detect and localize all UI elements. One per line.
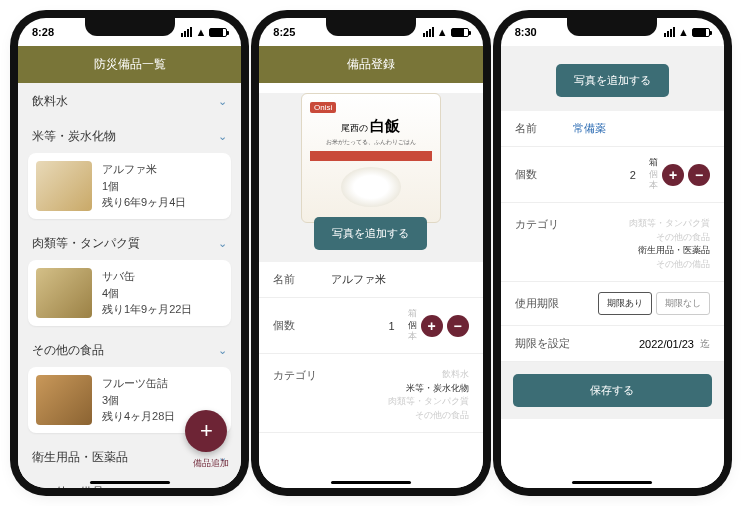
qty-value[interactable]: 2: [573, 169, 640, 181]
section-label: 飲料水: [32, 93, 68, 110]
section-header[interactable]: 飲料水⌄: [18, 83, 241, 118]
name-input[interactable]: 常備薬: [573, 121, 710, 136]
home-indicator: [331, 481, 411, 484]
phone-register: 8:25 ▲ 備品登録 Onisi 尾西の白飯 お米がたってる、ふんわりごはん …: [259, 18, 482, 488]
item-qty: 4個: [102, 285, 192, 302]
chevron-down-icon: ⌄: [218, 95, 227, 108]
date-suffix: 迄: [700, 337, 710, 351]
expiry-row: 使用期限 期限あり 期限なし: [501, 282, 724, 326]
section-header[interactable]: 米等・炭水化物⌄: [18, 118, 241, 153]
item-thumb: [36, 268, 92, 318]
wifi-icon: ▲: [437, 26, 448, 38]
bowl-icon: [341, 167, 401, 207]
notch: [326, 18, 416, 36]
brand-badge: Onisi: [310, 102, 336, 113]
category-row: カテゴリ 飲料水 米等・炭水化物 肉類等・タンパク質 その他の食品: [259, 354, 482, 433]
seg-has-expiry[interactable]: 期限あり: [598, 292, 652, 315]
minus-button[interactable]: −: [447, 315, 469, 337]
product-photo: Onisi 尾西の白飯 お米がたってる、ふんわりごはん: [301, 93, 441, 223]
clock: 8:28: [32, 26, 54, 38]
category-picker[interactable]: 飲料水 米等・炭水化物 肉類等・タンパク質 その他の食品: [388, 368, 469, 422]
item-card[interactable]: サバ缶 4個 残り1年9ヶ月22日: [28, 260, 231, 326]
item-thumb: [36, 375, 92, 425]
item-remaining: 残り1年9ヶ月22日: [102, 301, 192, 318]
item-thumb: [36, 161, 92, 211]
header-title: 防災備品一覧: [18, 46, 241, 83]
prod-sub: お米がたってる、ふんわりごはん: [326, 138, 416, 147]
phone-register-2: 8:30 ▲ 写真を追加する 名前 常備薬 個数 2 箱 個 本 + − カテゴ…: [501, 18, 724, 488]
plus-button[interactable]: +: [662, 164, 684, 186]
home-indicator: [90, 481, 170, 484]
name-input[interactable]: アルファ米: [331, 272, 468, 287]
chevron-down-icon: ⌄: [218, 344, 227, 357]
form-body: 写真を追加する 名前 常備薬 個数 2 箱 個 本 + − カテゴリ 肉類等・タ…: [501, 46, 724, 488]
home-indicator: [572, 481, 652, 484]
qty-label: 個数: [273, 318, 331, 333]
plus-button[interactable]: +: [421, 315, 443, 337]
item-name: サバ缶: [102, 268, 192, 285]
item-remaining: 残り6年9ヶ月4日: [102, 194, 186, 211]
form-body: Onisi 尾西の白飯 お米がたってる、ふんわりごはん 写真を追加する 名前 ア…: [259, 83, 482, 488]
qty-row: 個数 1 箱 個 本 + −: [259, 298, 482, 354]
category-row: カテゴリ 肉類等・タンパク質 その他の食品 衛生用品・医薬品 その他の備品: [501, 203, 724, 282]
signal-icon: [423, 27, 434, 37]
status-indicators: ▲: [423, 26, 469, 38]
section-header[interactable]: 肉類等・タンパク質⌄: [18, 225, 241, 260]
qty-row: 個数 2 箱 個 本 + −: [501, 147, 724, 203]
unit-picker[interactable]: 箱 個 本: [399, 308, 417, 343]
chevron-down-icon: ⌄: [218, 237, 227, 250]
name-row: 名前 常備薬: [501, 111, 724, 147]
section-label: 肉類等・タンパク質: [32, 235, 140, 252]
section-label: 衛生用品・医薬品: [32, 449, 128, 466]
name-label: 名前: [273, 272, 331, 287]
item-name: アルファ米: [102, 161, 186, 178]
notch: [567, 18, 657, 36]
wifi-icon: ▲: [195, 26, 206, 38]
add-photo-button[interactable]: 写真を追加する: [314, 217, 427, 250]
item-card[interactable]: アルファ米 1個 残り6年9ヶ月4日: [28, 153, 231, 219]
category-picker[interactable]: 肉類等・タンパク質 その他の食品 衛生用品・医薬品 その他の備品: [629, 217, 710, 271]
item-info: フルーツ缶詰 3個 残り4ヶ月28日: [102, 375, 175, 425]
fab-label: 備品追加: [193, 457, 229, 470]
item-qty: 3個: [102, 392, 175, 409]
category-label: カテゴリ: [273, 368, 331, 383]
name-row: 名前 アルファ米: [259, 262, 482, 298]
section-label: 米等・炭水化物: [32, 128, 116, 145]
prod-band: [310, 151, 432, 161]
date-label: 期限を設定: [515, 336, 583, 351]
date-row: 期限を設定 2022/01/23 迄: [501, 326, 724, 362]
phone-list: 8:28 ▲ 防災備品一覧 飲料水⌄ 米等・炭水化物⌄ アルファ米 1個 残り6…: [18, 18, 241, 488]
item-remaining: 残り4ヶ月28日: [102, 408, 175, 425]
notch: [85, 18, 175, 36]
battery-icon: [209, 28, 227, 37]
item-info: サバ缶 4個 残り1年9ヶ月22日: [102, 268, 192, 318]
seg-no-expiry[interactable]: 期限なし: [656, 292, 710, 315]
save-button[interactable]: 保存する: [513, 374, 712, 407]
add-photo-button[interactable]: 写真を追加する: [556, 64, 669, 97]
section-header[interactable]: その他の食品⌄: [18, 332, 241, 367]
section-label: その他の備品: [32, 484, 104, 488]
category-label: カテゴリ: [515, 217, 573, 232]
expiry-segment[interactable]: 期限あり 期限なし: [598, 292, 710, 315]
minus-button[interactable]: −: [688, 164, 710, 186]
prod-prefix: 尾西の: [341, 122, 368, 135]
battery-icon: [451, 28, 469, 37]
qty-value[interactable]: 1: [331, 320, 398, 332]
plus-icon: +: [200, 418, 213, 444]
status-indicators: ▲: [181, 26, 227, 38]
header-title: 備品登録: [259, 46, 482, 83]
chevron-down-icon: ⌄: [218, 130, 227, 143]
signal-icon: [664, 27, 675, 37]
list-body[interactable]: 飲料水⌄ 米等・炭水化物⌄ アルファ米 1個 残り6年9ヶ月4日 肉類等・タンパ…: [18, 83, 241, 488]
qty-label: 個数: [515, 167, 573, 182]
expiry-label: 使用期限: [515, 296, 573, 311]
section-label: その他の食品: [32, 342, 104, 359]
wifi-icon: ▲: [678, 26, 689, 38]
date-value[interactable]: 2022/01/23: [639, 338, 694, 350]
signal-icon: [181, 27, 192, 37]
unit-picker[interactable]: 箱 個 本: [640, 157, 658, 192]
photo-area: 写真を追加する: [501, 46, 724, 111]
prod-name: 白飯: [370, 117, 400, 136]
clock: 8:25: [273, 26, 295, 38]
clock: 8:30: [515, 26, 537, 38]
